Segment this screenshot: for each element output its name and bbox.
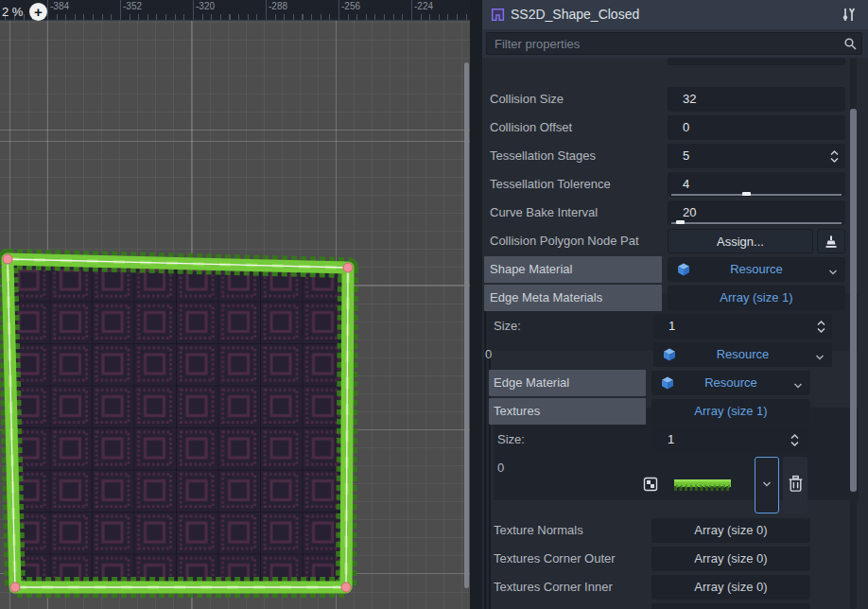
ruler-tick-label: -224 xyxy=(414,1,433,11)
slider-track[interactable] xyxy=(671,194,842,196)
property-label: Shape Material xyxy=(490,256,572,283)
slider-grabber[interactable] xyxy=(676,220,685,224)
chevron-down-icon[interactable] xyxy=(827,265,839,282)
property-row-collision-polygon-node-pat: Collision Polygon Node PatAssign... xyxy=(482,228,868,254)
scrolled-partial-field[interactable] xyxy=(668,58,845,65)
ss2d-shape-canvas-object[interactable] xyxy=(0,236,378,609)
property-value: Array (size 1) xyxy=(668,286,845,310)
property-value: Array (size 0) xyxy=(651,547,810,571)
property-row-partial xyxy=(482,58,868,84)
property-value: Resource xyxy=(653,342,832,367)
property-row-textures-corner-outer: Textures Corner OuterArray (size 0) xyxy=(482,546,868,572)
node-picker-icon[interactable] xyxy=(817,229,845,253)
property-rows: Collision Size32Collision Offset0Tessell… xyxy=(482,58,868,609)
resource-dropdown[interactable]: Resource xyxy=(651,371,810,395)
chevron-down-icon[interactable] xyxy=(792,378,804,395)
property-label: Edge Material xyxy=(494,370,569,396)
property-label: Collision Polygon Node Pat xyxy=(490,228,639,254)
property-value: 0 xyxy=(683,115,689,140)
ss2d-shape-icon xyxy=(490,7,506,26)
property-label: Tessellation Stages xyxy=(490,143,596,169)
property-row-texture-normals: Texture NormalsArray (size 0) xyxy=(482,517,868,544)
inspector-panel: SS2D_Shape_Closed Collision Size32Collis… xyxy=(482,0,868,609)
property-label: Textures Corner Outer xyxy=(494,546,616,572)
ruler-major-tick xyxy=(193,0,194,20)
property-row-curve-bake-interval: Curve Bake Interval20 xyxy=(482,200,868,226)
texture-options-chevron-button[interactable] xyxy=(755,457,779,513)
property-label: Size: xyxy=(497,426,525,453)
property-row-collision-size: Collision Size32 xyxy=(482,86,868,113)
zoom-in-button[interactable]: + xyxy=(29,3,47,21)
property-value-field[interactable]: 20 xyxy=(668,200,845,225)
property-row-size: Size:1 xyxy=(482,426,868,453)
tune-icon[interactable] xyxy=(840,7,857,24)
canvas-viewport[interactable]: -384-352-320-288-256-224 2 % + xyxy=(0,0,470,609)
property-value-field[interactable]: 1 xyxy=(652,427,806,452)
array-button[interactable]: Array (size 1) xyxy=(668,286,845,310)
property-label: Textures xyxy=(494,398,540,425)
array-button[interactable]: Array (size 0) xyxy=(651,547,810,571)
ruler-tick-label: -384 xyxy=(50,1,69,11)
updown-icon[interactable] xyxy=(815,320,827,338)
shape-point-handle[interactable] xyxy=(10,583,20,592)
viewport-vertical-scrollbar[interactable] xyxy=(464,62,469,588)
ruler-major-tick xyxy=(266,0,267,20)
property-value: Resource xyxy=(668,257,845,282)
property-value: 1 xyxy=(668,427,674,452)
resource-dropdown[interactable]: Resource xyxy=(668,257,845,282)
chevron-down-icon[interactable] xyxy=(814,350,825,367)
ruler-major-tick xyxy=(120,0,121,20)
property-label: 0 xyxy=(485,341,492,368)
property-value-field[interactable]: 32 xyxy=(668,87,845,112)
property-row-size: Size:1 xyxy=(482,313,868,339)
zoom-percentage: 2 % xyxy=(2,5,23,19)
inspector-scrollbar-handle[interactable] xyxy=(850,109,857,492)
property-value: Array (size 1) xyxy=(651,399,810,424)
property-row-textures: TexturesArray (size 1) xyxy=(482,398,868,425)
updown-icon[interactable] xyxy=(828,149,841,167)
property-row-textures-corner-inner: Textures Corner InnerArray (size 0) xyxy=(482,574,868,600)
slider-grabber[interactable] xyxy=(742,192,751,196)
inspector-header: SS2D_Shape_Closed xyxy=(482,0,868,29)
property-label: 0 xyxy=(497,455,504,481)
property-value-field[interactable]: 5 xyxy=(668,144,845,168)
image-edit-icon[interactable] xyxy=(643,477,658,495)
property-value: 32 xyxy=(683,87,696,112)
array-button[interactable]: Array (size 0) xyxy=(651,518,810,543)
property-row-0: 0Resource xyxy=(482,341,868,368)
array-button[interactable]: Array (size 1) xyxy=(651,399,810,424)
grass-texture-preview[interactable] xyxy=(673,476,732,498)
property-row-collision-offset: Collision Offset0 xyxy=(482,114,868,141)
shape-point-handle[interactable] xyxy=(343,263,353,272)
property-label: Texture Normals Corner xyxy=(494,602,624,609)
ruler-tick-label: -288 xyxy=(269,1,287,11)
property-value-field[interactable]: 1 xyxy=(653,314,832,339)
updown-icon[interactable] xyxy=(789,433,801,451)
ruler-tick-label: -320 xyxy=(196,1,215,11)
property-value: Array (size 0) xyxy=(651,575,810,600)
shape-point-handle[interactable] xyxy=(3,254,12,264)
property-value: Resource xyxy=(651,371,810,395)
array-button[interactable]: Array (size 0) xyxy=(651,575,810,600)
property-label: Texture Normals xyxy=(494,517,583,544)
resource-dropdown[interactable]: Resource xyxy=(653,342,832,367)
slider-track[interactable] xyxy=(671,222,842,224)
property-row-tessellation-tolerence: Tessellation Tolerence4 xyxy=(482,171,868,198)
trash-icon[interactable] xyxy=(783,457,807,513)
dock-splitter[interactable] xyxy=(470,0,482,609)
ruler-major-tick xyxy=(47,0,48,20)
ruler-tick-label: -256 xyxy=(341,1,360,11)
ruler-tick-label: -352 xyxy=(123,1,142,11)
property-value: 5 xyxy=(683,144,689,168)
array-button[interactable]: Array (size 0) xyxy=(651,603,810,609)
shape-fill-tiles[interactable] xyxy=(8,259,348,587)
property-label: Tessellation Tolerence xyxy=(490,171,611,198)
property-label: Edge Meta Materials xyxy=(490,285,602,311)
assign-node-path-button[interactable]: Assign... xyxy=(668,229,813,253)
property-value-field[interactable]: 4 xyxy=(668,172,845,197)
property-value-field[interactable]: 0 xyxy=(668,115,845,140)
filter-properties-input[interactable] xyxy=(486,32,862,55)
shape-point-handle[interactable] xyxy=(341,583,351,592)
property-row-edge-meta-materials: Edge Meta MaterialsArray (size 1) xyxy=(482,285,868,311)
inspector-scrollbar[interactable] xyxy=(850,58,857,609)
